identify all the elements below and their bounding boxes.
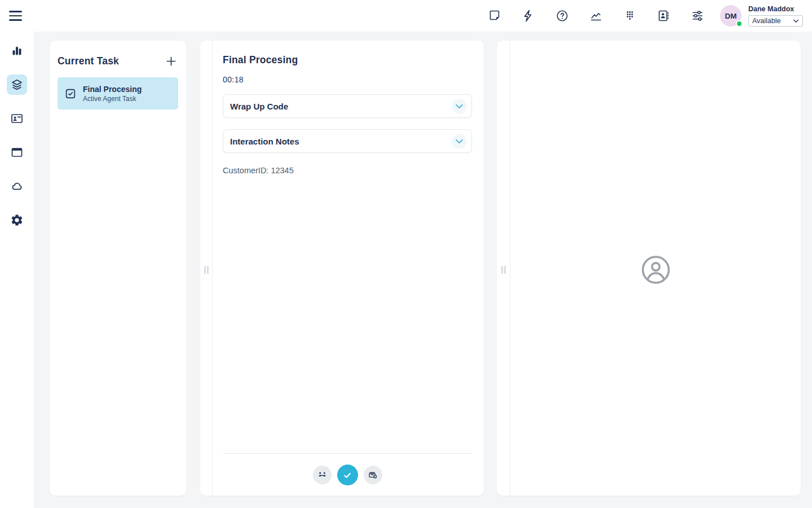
customer-id-text: CustomerID: 12345 (223, 166, 472, 175)
dialpad-icon[interactable] (623, 9, 637, 23)
wrap-up-code-accordion[interactable]: Wrap Up Code (223, 94, 472, 118)
cloud-icon (10, 179, 24, 193)
nav-contacts[interactable] (7, 108, 27, 129)
chevron-down-icon (793, 19, 799, 23)
lightning-icon[interactable] (522, 9, 535, 23)
add-task-button[interactable] (165, 54, 178, 68)
detail-title: Final Procesing (223, 54, 472, 66)
nav-analytics[interactable] (7, 41, 27, 61)
transfer-people-icon (317, 470, 328, 480)
drag-handle-icon[interactable] (204, 266, 209, 274)
nav-settings[interactable] (7, 210, 27, 230)
check-icon (342, 470, 353, 481)
task-timer: 00:18 (223, 75, 472, 84)
person-circle-icon (641, 255, 671, 285)
nav-apps[interactable] (7, 142, 27, 163)
help-icon[interactable] (555, 9, 569, 23)
status-select[interactable]: Available (748, 15, 803, 27)
interaction-notes-label: Interaction Notes (230, 137, 299, 146)
nav-cloud[interactable] (7, 176, 27, 196)
nav-tasks[interactable] (7, 75, 27, 95)
directory-icon[interactable] (657, 9, 670, 23)
hamburger-menu-icon[interactable] (9, 10, 24, 22)
left-nav-rail (0, 32, 34, 508)
note-icon[interactable] (488, 9, 501, 23)
panel-resize-gutter[interactable] (200, 41, 213, 496)
task-item-title: Final Procesing (83, 85, 142, 94)
layers-icon (10, 78, 24, 91)
drag-handle-icon[interactable] (501, 266, 506, 274)
current-task-title: Current Task (58, 55, 119, 67)
task-item-subtitle: Active Agent Task (83, 95, 142, 103)
chevron-down-icon (455, 139, 464, 144)
bar-chart-icon (10, 44, 24, 58)
status-select-value: Available (752, 17, 781, 25)
status-dot (736, 20, 743, 27)
task-detail-panel: Final Procesing 00:18 Wrap Up Code Inter… (200, 41, 484, 496)
panel-resize-gutter[interactable] (497, 41, 510, 496)
window-icon (10, 146, 24, 159)
interaction-notes-accordion[interactable]: Interaction Notes (223, 129, 472, 153)
top-bar: DM Dane Maddox Available (0, 0, 812, 32)
current-task-panel: Current Task Final Procesing Active Agen… (50, 41, 186, 496)
transfer-button[interactable] (313, 466, 332, 484)
avatar-initials: DM (725, 12, 737, 20)
contact-card-icon (10, 112, 24, 125)
wrap-up-code-label: Wrap Up Code (230, 102, 288, 111)
main-area: Current Task Final Procesing Active Agen… (34, 32, 812, 508)
park-task-button[interactable] (364, 466, 382, 484)
task-list-item[interactable]: Final Procesing Active Agent Task (58, 77, 178, 110)
performance-icon[interactable] (589, 9, 603, 23)
park-box-icon (368, 470, 378, 480)
chevron-down-icon (455, 104, 464, 109)
plus-icon (165, 55, 178, 68)
gear-icon (10, 213, 24, 227)
complete-task-button[interactable] (337, 465, 358, 485)
customer-panel (497, 41, 801, 496)
user-name: Dane Maddox (748, 5, 803, 14)
preferences-icon[interactable] (691, 9, 704, 23)
checkbox-checked-icon (64, 87, 77, 100)
